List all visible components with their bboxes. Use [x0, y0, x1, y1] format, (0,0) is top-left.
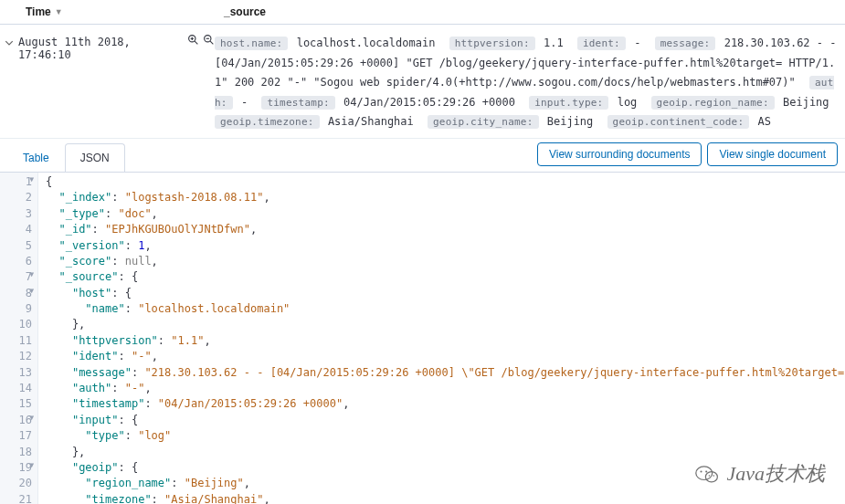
svg-point-10 [706, 471, 708, 473]
svg-line-1 [195, 41, 197, 44]
svg-line-5 [210, 41, 213, 44]
header-time[interactable]: Time ▼ [0, 5, 215, 18]
field-tag: httpversion: [449, 37, 535, 50]
sort-desc-icon: ▼ [55, 7, 63, 16]
tab-json[interactable]: JSON [65, 143, 125, 172]
svg-point-7 [696, 467, 713, 480]
field-tag: geoip.region_name: [651, 96, 775, 110]
field-tag: message: [655, 37, 716, 50]
field-value: AS [758, 115, 771, 128]
field-value: Beijing [547, 115, 594, 128]
header-time-label: Time [26, 5, 51, 18]
field-value: Beijing [783, 96, 829, 109]
detail-tabs-row: Table JSON View surrounding documents Vi… [0, 139, 845, 173]
view-surrounding-button[interactable]: View surrounding documents [537, 142, 702, 166]
field-tag: geoip.timezone: [215, 115, 320, 129]
json-viewer: 1▼234567▼8▼910111213141516▼171819▼202122… [0, 173, 845, 504]
field-tag: geoip.continent_code: [607, 115, 750, 129]
field-tag: host.name: [215, 37, 288, 50]
chevron-down-icon [5, 38, 14, 47]
field-tag: geoip.city_name: [428, 115, 538, 129]
time-cell: August 11th 2018, 17:46:10 [18, 34, 215, 132]
source-cell: host.name: localhost.localdomain httpver… [215, 34, 845, 132]
watermark-text: Java技术栈 [726, 460, 825, 488]
view-single-button[interactable]: View single document [707, 142, 838, 166]
field-value: - [241, 96, 248, 109]
svg-point-9 [701, 471, 702, 473]
tab-table[interactable]: Table [7, 143, 65, 172]
field-value: - [634, 37, 640, 49]
header-source[interactable]: _source [215, 5, 845, 18]
field-value: log [618, 96, 638, 109]
line-gutter: 1▼234567▼8▼910111213141516▼171819▼202122 [0, 173, 38, 504]
watermark: Java技术栈 [695, 460, 825, 488]
field-value: Asia/Shanghai [328, 115, 414, 128]
field-tag: ident: [577, 37, 626, 50]
time-value: August 11th 2018, 17:46:10 [18, 34, 184, 61]
field-tag: input.type: [529, 96, 608, 110]
field-value: localhost.localdomain [297, 37, 436, 49]
svg-point-11 [709, 475, 711, 477]
zoom-out-icon[interactable] [203, 34, 215, 48]
expand-toggle[interactable] [0, 34, 18, 132]
svg-point-12 [713, 475, 715, 477]
zoom-in-icon[interactable] [187, 34, 199, 48]
doc-buttons: View surrounding documents View single d… [537, 142, 838, 172]
log-row: August 11th 2018, 17:46:10 host.name: lo… [0, 25, 845, 139]
field-value: 1.1 [544, 37, 564, 49]
field-value: 04/Jan/2015:05:29:26 +0000 [343, 96, 515, 109]
table-header: Time ▼ _source [0, 0, 845, 25]
field-tag: timestamp: [261, 96, 334, 110]
detail-tabs: Table JSON [7, 143, 125, 171]
wechat-icon [695, 464, 719, 484]
json-code[interactable]: { "_index": "logstash-2018.08.11", "_typ… [38, 173, 845, 504]
